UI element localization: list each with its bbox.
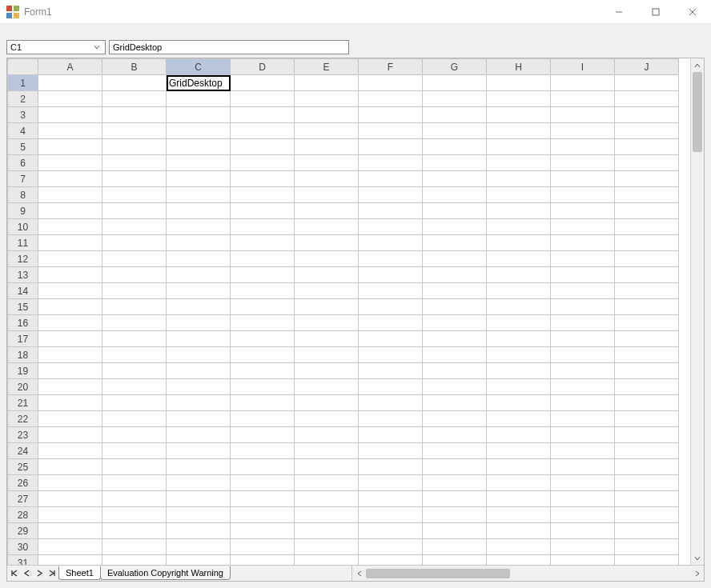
cell-G14[interactable] — [423, 283, 487, 299]
tab-nav-next[interactable] — [33, 566, 46, 581]
row-header-22[interactable]: 22 — [8, 411, 38, 427]
cell-J6[interactable] — [615, 155, 679, 171]
cell-I13[interactable] — [551, 267, 615, 283]
cell-B14[interactable] — [102, 283, 167, 299]
cell-D9[interactable] — [231, 203, 295, 219]
cell-H10[interactable] — [487, 219, 551, 235]
cell-F24[interactable] — [359, 443, 423, 459]
cell-H21[interactable] — [487, 395, 551, 411]
cell-I18[interactable] — [551, 347, 615, 363]
scroll-up-icon[interactable] — [691, 58, 704, 72]
v-scroll-track[interactable] — [691, 72, 704, 551]
cell-D26[interactable] — [231, 475, 295, 491]
row-header-16[interactable]: 16 — [8, 315, 38, 331]
cell-J9[interactable] — [615, 203, 679, 219]
cell-C6[interactable] — [167, 155, 231, 171]
cell-E18[interactable] — [295, 347, 359, 363]
row-header-4[interactable]: 4 — [8, 123, 38, 139]
h-scroll-thumb[interactable] — [366, 569, 510, 578]
cell-A25[interactable] — [38, 459, 102, 475]
cell-F1[interactable] — [359, 75, 423, 91]
v-scroll-thumb[interactable] — [693, 72, 702, 152]
cell-I17[interactable] — [551, 331, 615, 347]
cell-G12[interactable] — [423, 251, 487, 267]
row-header-6[interactable]: 6 — [8, 155, 38, 171]
cell-J2[interactable] — [615, 91, 679, 107]
cell-E12[interactable] — [295, 251, 359, 267]
row-header-1[interactable]: 1 — [8, 75, 38, 91]
cell-B18[interactable] — [102, 347, 167, 363]
cell-E27[interactable] — [295, 491, 359, 507]
cell-F18[interactable] — [359, 347, 423, 363]
cell-E2[interactable] — [295, 91, 359, 107]
cell-D11[interactable] — [231, 235, 295, 251]
cell-F8[interactable] — [359, 187, 423, 203]
cell-C28[interactable] — [167, 507, 231, 523]
cell-E31[interactable] — [295, 555, 359, 566]
cell-H12[interactable] — [487, 251, 551, 267]
cell-J28[interactable] — [615, 507, 679, 523]
cell-H11[interactable] — [487, 235, 551, 251]
col-header-H[interactable]: H — [487, 59, 551, 75]
cell-H18[interactable] — [487, 347, 551, 363]
cell-C9[interactable] — [167, 203, 231, 219]
cell-E5[interactable] — [295, 139, 359, 155]
cell-F19[interactable] — [359, 363, 423, 379]
cell-I4[interactable] — [551, 123, 615, 139]
cell-A14[interactable] — [38, 283, 102, 299]
cell-I8[interactable] — [551, 187, 615, 203]
cell-E15[interactable] — [295, 299, 359, 315]
cell-F20[interactable] — [359, 379, 423, 395]
cell-I21[interactable] — [551, 395, 615, 411]
cell-J1[interactable] — [615, 75, 679, 91]
cell-B26[interactable] — [102, 475, 167, 491]
cell-I6[interactable] — [551, 155, 615, 171]
col-header-B[interactable]: B — [102, 59, 167, 75]
cell-A9[interactable] — [38, 203, 102, 219]
row-header-31[interactable]: 31 — [8, 555, 38, 566]
cell-B23[interactable] — [102, 427, 167, 443]
cell-E19[interactable] — [295, 363, 359, 379]
cell-B24[interactable] — [102, 443, 167, 459]
vertical-scrollbar[interactable] — [690, 58, 704, 565]
horizontal-scrollbar[interactable] — [351, 566, 704, 581]
cell-G5[interactable] — [423, 139, 487, 155]
cell-I15[interactable] — [551, 299, 615, 315]
cell-G17[interactable] — [423, 331, 487, 347]
cell-B20[interactable] — [102, 379, 167, 395]
cell-E22[interactable] — [295, 411, 359, 427]
cell-J17[interactable] — [615, 331, 679, 347]
cell-H29[interactable] — [487, 523, 551, 539]
cell-B31[interactable] — [102, 555, 167, 566]
row-header-24[interactable]: 24 — [8, 443, 38, 459]
scroll-left-icon[interactable] — [352, 566, 366, 581]
cell-E29[interactable] — [295, 523, 359, 539]
scroll-right-icon[interactable] — [690, 566, 704, 581]
cell-D30[interactable] — [231, 539, 295, 555]
cell-H9[interactable] — [487, 203, 551, 219]
cell-H1[interactable] — [487, 75, 551, 91]
cell-I16[interactable] — [551, 315, 615, 331]
cell-C25[interactable] — [167, 459, 231, 475]
cell-F16[interactable] — [359, 315, 423, 331]
cell-C1[interactable]: GridDesktop — [167, 75, 231, 91]
cell-F28[interactable] — [359, 507, 423, 523]
cell-F21[interactable] — [359, 395, 423, 411]
cell-D28[interactable] — [231, 507, 295, 523]
cell-B3[interactable] — [102, 107, 167, 123]
cell-I11[interactable] — [551, 235, 615, 251]
cell-C10[interactable] — [167, 219, 231, 235]
cell-G22[interactable] — [423, 411, 487, 427]
cell-D10[interactable] — [231, 219, 295, 235]
cell-C31[interactable] — [167, 555, 231, 566]
cell-F14[interactable] — [359, 283, 423, 299]
cell-J24[interactable] — [615, 443, 679, 459]
cell-H22[interactable] — [487, 411, 551, 427]
cell-C29[interactable] — [167, 523, 231, 539]
cell-E7[interactable] — [295, 171, 359, 187]
cell-J13[interactable] — [615, 267, 679, 283]
cell-I2[interactable] — [551, 91, 615, 107]
cell-C22[interactable] — [167, 411, 231, 427]
cell-I20[interactable] — [551, 379, 615, 395]
cell-B12[interactable] — [102, 251, 167, 267]
